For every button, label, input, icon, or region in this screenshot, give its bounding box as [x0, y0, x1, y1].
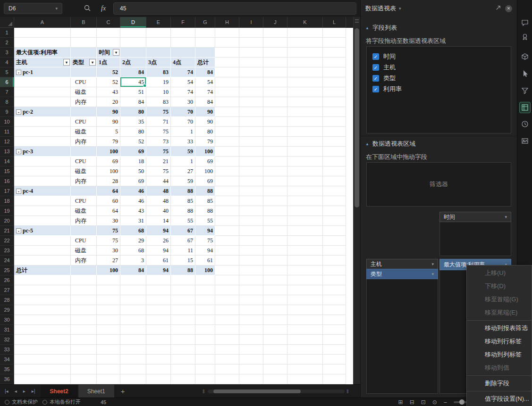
cell-B35[interactable] [71, 365, 97, 374]
cell-H6[interactable] [215, 77, 239, 87]
cell-G33[interactable] [195, 345, 215, 355]
context-menu-item-5[interactable]: 移动到报表筛选 [467, 322, 532, 335]
cell-A24[interactable] [14, 256, 71, 265]
cell-L21[interactable] [323, 226, 346, 236]
cell-A31[interactable] [14, 325, 71, 335]
cell-H4[interactable] [215, 58, 239, 67]
cell-C10[interactable]: 90 [97, 117, 120, 127]
cell-H16[interactable] [215, 176, 239, 186]
scrollbar-split-handle[interactable] [355, 19, 359, 23]
page-layout-view-icon[interactable]: ⊟ [410, 399, 414, 405]
checkbox-icon[interactable]: ✓ [372, 53, 379, 60]
cell-I12[interactable] [239, 137, 263, 147]
cell-C15[interactable]: 100 [97, 166, 120, 176]
cell-C9[interactable]: 90 [97, 107, 120, 117]
column-header-L[interactable]: L [323, 17, 346, 28]
cell-G31[interactable] [195, 325, 215, 335]
cell-F12[interactable]: 33 [171, 137, 195, 147]
row-header-1[interactable]: 1 [0, 28, 14, 38]
cell-A12[interactable] [14, 137, 71, 147]
cell-A32[interactable] [14, 335, 71, 345]
cell-J12[interactable] [263, 137, 287, 147]
tab-sheet1[interactable]: Sheet1 [78, 385, 114, 398]
cell-F1[interactable] [171, 28, 195, 38]
row-header-7[interactable]: 7 [0, 87, 14, 97]
cell-E17[interactable]: 48 [146, 186, 171, 196]
cell-L12[interactable] [323, 137, 346, 147]
cell-E23[interactable]: 94 [146, 246, 171, 256]
cell-B32[interactable] [71, 335, 97, 345]
cell-I1[interactable] [239, 28, 263, 38]
cell-B33[interactable] [71, 345, 97, 355]
row-area[interactable]: 主机▾类型▾ [366, 259, 438, 394]
cell-D22[interactable]: 29 [120, 236, 146, 246]
field-chip-time[interactable]: 时间 ▾ [439, 212, 511, 222]
cell-J34[interactable] [263, 355, 287, 365]
cell-C14[interactable]: 69 [97, 157, 120, 166]
cell-L28[interactable] [323, 295, 346, 305]
cell-G14[interactable]: 69 [195, 157, 215, 166]
cell-G29[interactable] [195, 305, 215, 315]
cell-D4[interactable]: 2点 [120, 58, 146, 67]
cell-J7[interactable] [263, 87, 287, 97]
column-header-G[interactable]: G [195, 17, 215, 28]
cell-D10[interactable]: 35 [120, 117, 146, 127]
cell-K3[interactable] [287, 48, 323, 58]
cell-A11[interactable] [14, 127, 71, 137]
cell-J6[interactable] [263, 77, 287, 87]
cell-J24[interactable] [263, 256, 287, 265]
cell-A22[interactable] [14, 236, 71, 246]
cell-K24[interactable] [287, 256, 323, 265]
field-item-主机[interactable]: ✓主机 [367, 62, 511, 73]
chevron-down-icon[interactable]: ▾ [431, 262, 434, 266]
cell-C30[interactable] [97, 315, 120, 325]
row-header-18[interactable]: 18 [0, 196, 14, 206]
row-header-35[interactable]: 35 [0, 365, 14, 374]
cell-D15[interactable]: 50 [120, 166, 146, 176]
cell-A6[interactable] [14, 77, 71, 87]
collapse-group-button[interactable]: - [16, 149, 21, 154]
cell-A5[interactable]: -pc-1 [14, 67, 71, 77]
cell-E12[interactable]: 73 [146, 137, 171, 147]
formula-bar[interactable]: 45 [113, 2, 356, 15]
row-header-31[interactable]: 31 [0, 325, 14, 335]
cell-G2[interactable] [195, 38, 215, 48]
cell-D12[interactable]: 52 [120, 137, 146, 147]
cell-G22[interactable]: 75 [195, 236, 215, 246]
cell-F21[interactable]: 67 [171, 226, 195, 236]
cell-A1[interactable] [14, 28, 71, 38]
cell-H18[interactable] [215, 196, 239, 206]
cell-G27[interactable] [195, 285, 215, 295]
cell-H36[interactable] [215, 374, 239, 384]
cell-J29[interactable] [263, 305, 287, 315]
cell-A3[interactable]: 最大值项:利用率 [14, 48, 71, 58]
cell-C35[interactable] [97, 365, 120, 374]
cell-C23[interactable]: 30 [97, 246, 120, 256]
cell-D7[interactable]: 51 [120, 87, 146, 97]
cell-H22[interactable] [215, 236, 239, 246]
cell-H28[interactable] [215, 295, 239, 305]
column-header-D[interactable]: D [120, 17, 146, 28]
cell-B26[interactable] [71, 275, 97, 285]
cell-H31[interactable] [215, 325, 239, 335]
cell-E6[interactable]: 19 [146, 77, 171, 87]
cell-A34[interactable] [14, 355, 71, 365]
cell-B19[interactable]: 磁盘 [71, 206, 97, 216]
zoom-out-button[interactable]: − [444, 399, 448, 406]
cell-B31[interactable] [71, 325, 97, 335]
collapse-group-button[interactable]: - [16, 228, 21, 233]
checkbox-icon[interactable]: ✓ [372, 75, 379, 82]
cell-G25[interactable]: 100 [195, 265, 215, 275]
cell-A35[interactable] [14, 365, 71, 374]
cell-F25[interactable]: 88 [171, 265, 195, 275]
row-header-21[interactable]: 21 [0, 226, 14, 236]
cell-B10[interactable]: CPU [71, 117, 97, 127]
cell-I20[interactable] [239, 216, 263, 226]
cell-K18[interactable] [287, 196, 323, 206]
cell-E4[interactable]: 3点 [146, 58, 171, 67]
row-header-19[interactable]: 19 [0, 206, 14, 216]
row-header-3[interactable]: 3 [0, 48, 14, 58]
column-header-F[interactable]: F [171, 17, 195, 28]
cell-B12[interactable]: 内存 [71, 137, 97, 147]
cell-A4[interactable]: 主机▾ [14, 58, 71, 67]
